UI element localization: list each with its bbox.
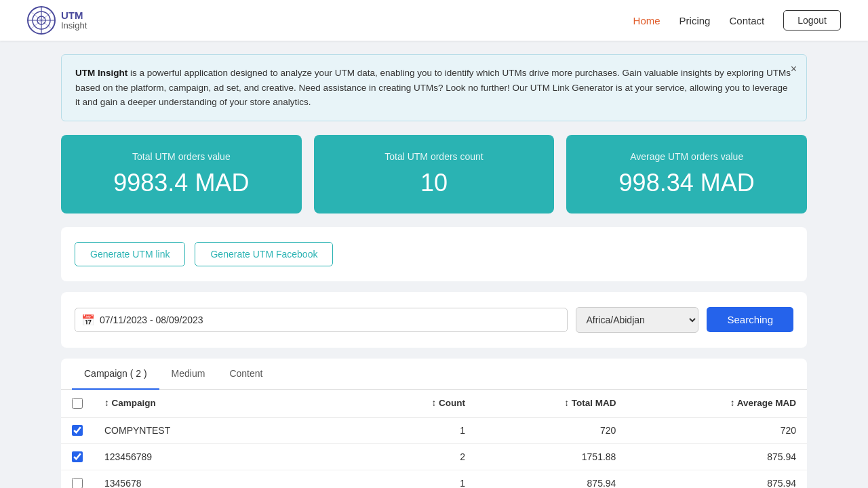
row-checkbox[interactable] [72, 478, 83, 488]
stats-row: Total UTM orders value 9983.4 MAD Total … [61, 135, 807, 214]
stat-label-2: Average UTM orders value [580, 151, 793, 162]
header-total-mad: ↕ Total MAD [476, 390, 627, 418]
table-row: 1345678 1 875.94 875.94 [61, 470, 807, 488]
table-header-row: ↕ Campaign ↕ Count ↕ Total MAD ↕ Average… [61, 390, 807, 418]
brand-name: UTM Insight [61, 10, 87, 31]
utm-buttons-section: Generate UTM link Generate UTM Facebook [61, 227, 807, 281]
table-row: COMPYNTEST 1 720 720 [61, 417, 807, 443]
row-checkbox[interactable] [72, 451, 83, 462]
row-campaign-name: COMPYNTEST [94, 417, 363, 443]
banner-body-text: is a powerful application designed to an… [75, 68, 791, 107]
row-checkbox[interactable] [72, 425, 83, 436]
row-count: 1 [363, 470, 476, 488]
brand-utm-text: UTM [61, 10, 87, 22]
table-section: Campaign ( 2 ) Medium Content ↕ Campaign [61, 359, 807, 488]
row-total-mad: 720 [476, 417, 627, 443]
stat-value-0: 9983.4 MAD [75, 169, 288, 197]
stat-label-0: Total UTM orders value [75, 151, 288, 162]
row-avg-mad: 875.94 [627, 443, 807, 470]
date-range-wrapper: 📅 [75, 308, 568, 332]
row-checkbox-cell [61, 443, 94, 470]
tab-campaign[interactable]: Campaign ( 2 ) [72, 359, 159, 390]
select-all-checkbox[interactable] [72, 398, 83, 409]
utm-logo-icon [27, 6, 56, 35]
banner-brand-name: UTM Insight [75, 68, 127, 78]
calendar-icon: 📅 [81, 313, 95, 326]
header-campaign: ↕ Campaign [94, 390, 363, 418]
logout-button[interactable]: Logout [783, 10, 841, 30]
header-campaign-label: ↕ Campaign [104, 398, 156, 408]
row-checkbox-cell [61, 470, 94, 488]
banner-close-button[interactable]: × [791, 63, 797, 75]
nav-links: Home Pricing Contact Logout [633, 10, 841, 30]
row-count: 2 [363, 443, 476, 470]
campaign-table: ↕ Campaign ↕ Count ↕ Total MAD ↕ Average… [61, 390, 807, 488]
header-count: ↕ Count [363, 390, 476, 418]
stat-label-1: Total UTM orders count [328, 151, 541, 162]
navbar: UTM Insight Home Pricing Contact Logout [0, 0, 868, 41]
nav-home[interactable]: Home [633, 15, 660, 26]
tab-content[interactable]: Content [217, 359, 275, 390]
header-total-mad-label: ↕ Total MAD [564, 398, 616, 408]
campaign-table-body: COMPYNTEST 1 720 720 123456789 2 1751.88… [61, 417, 807, 488]
info-banner: UTM Insight is a powerful application de… [61, 54, 807, 121]
main-container: UTM Insight is a powerful application de… [47, 41, 821, 488]
generate-utm-link-button[interactable]: Generate UTM link [75, 242, 185, 266]
row-total-mad: 1751.88 [476, 443, 627, 470]
search-button[interactable]: Searching [707, 307, 793, 332]
nav-pricing[interactable]: Pricing [679, 15, 711, 26]
stat-card-2: Average UTM orders value 998.34 MAD [566, 135, 807, 214]
brand-logo: UTM Insight [27, 6, 87, 35]
row-avg-mad: 875.94 [627, 470, 807, 488]
date-range-input[interactable] [75, 308, 568, 332]
brand-insight-text: Insight [61, 21, 87, 30]
banner-text: UTM Insight is a powerful application de… [75, 68, 791, 107]
row-total-mad: 875.94 [476, 470, 627, 488]
stat-value-1: 10 [328, 169, 541, 197]
generate-utm-facebook-button[interactable]: Generate UTM Facebook [195, 242, 333, 266]
nav-contact[interactable]: Contact [729, 15, 764, 26]
tab-medium[interactable]: Medium [159, 359, 218, 390]
stat-card-0: Total UTM orders value 9983.4 MAD [61, 135, 302, 214]
stat-card-1: Total UTM orders count 10 [314, 135, 555, 214]
row-checkbox-cell [61, 417, 94, 443]
row-avg-mad: 720 [627, 417, 807, 443]
tabs-row: Campaign ( 2 ) Medium Content [61, 359, 807, 390]
table-row: 123456789 2 1751.88 875.94 [61, 443, 807, 470]
row-count: 1 [363, 417, 476, 443]
stat-value-2: 998.34 MAD [580, 169, 793, 197]
row-campaign-name: 123456789 [94, 443, 363, 470]
search-section: 📅 Africa/Abidjan UTC America/New_York Eu… [61, 292, 807, 348]
timezone-select[interactable]: Africa/Abidjan UTC America/New_York Euro… [576, 307, 698, 333]
row-campaign-name: 1345678 [94, 470, 363, 488]
header-avg-mad-label: ↕ Average MAD [730, 398, 796, 408]
header-checkbox-col [61, 390, 94, 418]
header-count-label: ↕ Count [432, 398, 466, 408]
header-avg-mad: ↕ Average MAD [627, 390, 807, 418]
